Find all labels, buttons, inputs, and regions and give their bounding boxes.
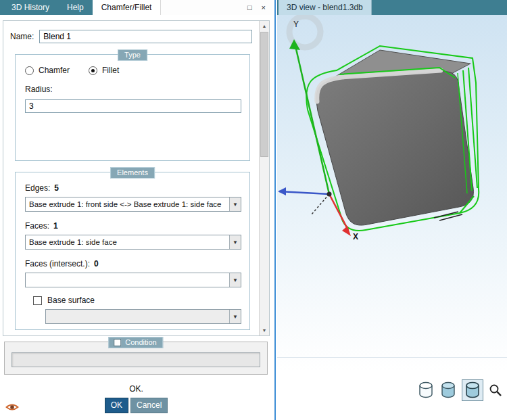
shaded-view-icon[interactable] <box>439 381 457 400</box>
maximize-icon[interactable]: □ <box>247 4 252 11</box>
faces-count-row: Faces:1 <box>25 221 244 231</box>
name-row: Name: <box>10 30 252 43</box>
3d-scene: Y X <box>277 15 507 420</box>
viewport-3d[interactable]: Y X <box>277 15 507 420</box>
faces-intersect-label: Faces (intersect.): <box>25 259 90 269</box>
eye-icon[interactable] <box>5 402 19 413</box>
chamfer-radio-label: Chamfer <box>39 66 70 75</box>
base-surface-checkbox[interactable] <box>33 296 42 305</box>
panel-divider[interactable] <box>272 0 277 420</box>
chevron-down-icon[interactable]: ▼ <box>229 310 241 323</box>
radio-fillet[interactable]: Fillet <box>89 66 119 75</box>
dialog-scrollbar[interactable]: ▲ ▼ <box>259 21 269 335</box>
dialog-form: Name: Type Chamfer Fillet <box>3 21 259 335</box>
name-label: Name: <box>10 32 34 41</box>
edges-count-row: Edges:5 <box>25 183 244 193</box>
window-controls: □ × <box>247 0 272 15</box>
status-text: OK. <box>0 384 272 394</box>
construction-line <box>311 194 329 215</box>
axis-z <box>279 191 329 194</box>
chevron-down-icon[interactable]: ▼ <box>229 235 241 249</box>
right-panel: 3D view - blend1.3db <box>277 0 507 420</box>
chevron-down-icon[interactable]: ▼ <box>229 273 241 287</box>
base-surface-dropdown[interactable]: ▼ <box>45 309 241 324</box>
ok-button[interactable]: OK <box>105 398 128 413</box>
name-input[interactable] <box>39 30 252 43</box>
wireframe-view-icon[interactable] <box>417 381 435 400</box>
edges-dropdown-value: Base extrude 1: front side <-> Base extr… <box>26 197 229 211</box>
faces-intersect-dropdown-value <box>26 273 229 287</box>
condition-label: Condition <box>125 337 156 347</box>
radio-chamfer[interactable]: Chamfer <box>25 66 70 75</box>
elements-group-title: Elements <box>110 167 155 179</box>
condition-group: Condition <box>4 342 268 375</box>
right-tab-bar: 3D view - blend1.3db <box>277 0 507 15</box>
condition-group-title: Condition <box>108 337 163 348</box>
dialog-buttons: OK Cancel <box>0 398 272 413</box>
edges-count: 5 <box>54 183 59 193</box>
application-window: 3D History Help Chamfer/Fillet □ × Name:… <box>0 0 507 420</box>
fillet-radio-icon[interactable] <box>89 66 97 75</box>
base-surface-label: Base surface <box>47 296 95 305</box>
base-surface-dropdown-value <box>46 310 229 323</box>
cube-front-face <box>316 72 473 225</box>
edges-dropdown[interactable]: Base extrude 1: front side <-> Base extr… <box>25 197 241 212</box>
radius-input[interactable] <box>25 99 241 113</box>
faces-intersect-count-row: Faces (intersect.):0 <box>25 259 244 269</box>
tab-strip: 3D History Help <box>0 0 93 15</box>
axis-z-arrow <box>278 187 286 195</box>
origin-point <box>327 192 332 197</box>
scrollbar-thumb[interactable] <box>260 32 268 157</box>
faces-intersect-dropdown[interactable]: ▼ <box>25 273 241 287</box>
faces-intersect-count: 0 <box>94 259 99 269</box>
faces-count: 1 <box>53 221 58 231</box>
zoom-icon[interactable] <box>488 381 503 400</box>
type-group-title: Type <box>118 49 147 61</box>
left-tab-bar: 3D History Help Chamfer/Fillet □ × <box>0 0 272 15</box>
condition-input[interactable] <box>11 352 260 367</box>
scroll-down-icon[interactable]: ▼ <box>260 325 269 335</box>
type-group: Type Chamfer Fillet Radius: <box>15 54 250 161</box>
condition-checkbox[interactable] <box>114 339 121 346</box>
tab-3d-view[interactable]: 3D view - blend1.3db <box>279 0 372 15</box>
left-panel: 3D History Help Chamfer/Fillet □ × Name:… <box>0 0 272 420</box>
radius-label: Radius: <box>25 85 244 94</box>
scroll-up-icon[interactable]: ▲ <box>260 21 269 31</box>
axis-y-label: Y <box>293 20 299 29</box>
faces-dropdown-value: Base extrude 1: side face <box>26 235 229 249</box>
faces-label: Faces: <box>25 221 49 231</box>
axis-x-arrow <box>342 226 351 236</box>
edges-label: Edges: <box>25 183 50 193</box>
faces-dropdown[interactable]: Base extrude 1: side face ▼ <box>25 235 241 250</box>
chamfer-radio-icon[interactable] <box>25 66 34 75</box>
elements-group: Elements Edges:5 Base extrude 1: front s… <box>15 172 250 330</box>
chevron-down-icon[interactable]: ▼ <box>229 197 241 211</box>
cancel-button[interactable]: Cancel <box>130 398 168 413</box>
base-surface-row[interactable]: Base surface <box>33 296 244 305</box>
tab-help[interactable]: Help <box>58 0 93 15</box>
fillet-radio-label: Fillet <box>102 66 119 75</box>
tab-chamfer-fillet[interactable]: Chamfer/Fillet <box>93 0 162 15</box>
chamfer-fillet-dialog: Name: Type Chamfer Fillet <box>3 20 270 336</box>
close-icon[interactable]: × <box>262 4 266 11</box>
tab-3d-history[interactable]: 3D History <box>3 0 58 15</box>
axis-x-label: X <box>353 232 358 241</box>
type-radio-line: Chamfer Fillet <box>21 66 244 75</box>
shaded-edges-view-icon[interactable] <box>462 379 483 401</box>
view-mode-toolbar <box>417 379 503 401</box>
